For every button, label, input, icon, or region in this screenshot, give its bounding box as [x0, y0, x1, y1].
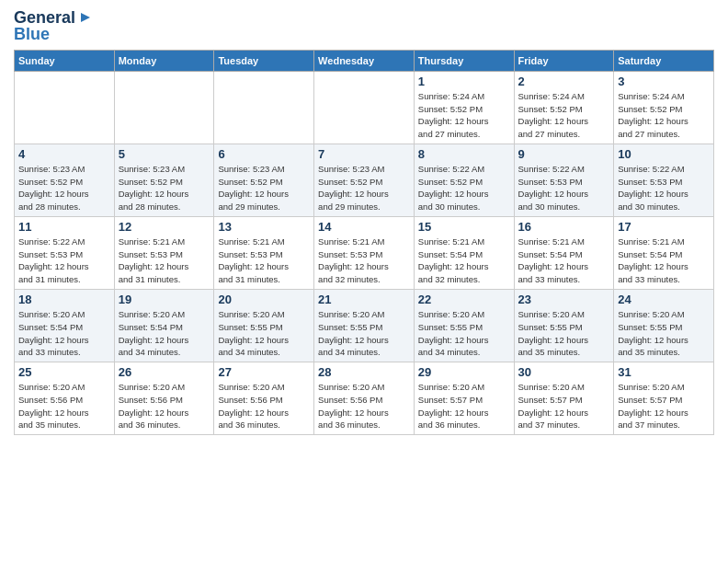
calendar-week-row: 1Sunrise: 5:24 AM Sunset: 5:52 PM Daylig… — [15, 71, 714, 144]
calendar-cell: 12Sunrise: 5:21 AM Sunset: 5:53 PM Dayli… — [114, 216, 214, 289]
calendar-cell: 4Sunrise: 5:23 AM Sunset: 5:52 PM Daylig… — [15, 144, 115, 216]
day-info: Sunrise: 5:21 AM Sunset: 5:54 PM Dayligh… — [518, 236, 610, 286]
calendar-cell — [214, 71, 314, 144]
day-number: 24 — [618, 293, 710, 306]
day-info: Sunrise: 5:20 AM Sunset: 5:55 PM Dayligh… — [618, 308, 710, 359]
calendar-cell: 23Sunrise: 5:20 AM Sunset: 5:55 PM Dayli… — [514, 289, 614, 362]
day-number: 5 — [119, 147, 210, 161]
day-info: Sunrise: 5:22 AM Sunset: 5:52 PM Dayligh… — [418, 163, 510, 213]
calendar-cell: 19Sunrise: 5:20 AM Sunset: 5:54 PM Dayli… — [114, 289, 214, 362]
day-info: Sunrise: 5:20 AM Sunset: 5:57 PM Dayligh… — [618, 381, 710, 431]
day-number: 19 — [119, 293, 210, 306]
weekday-header-thursday: Thursday — [414, 50, 514, 71]
calendar-cell: 10Sunrise: 5:22 AM Sunset: 5:53 PM Dayli… — [614, 144, 714, 216]
day-info: Sunrise: 5:23 AM Sunset: 5:52 PM Dayligh… — [119, 163, 210, 213]
calendar-cell: 27Sunrise: 5:20 AM Sunset: 5:56 PM Dayli… — [214, 362, 314, 435]
day-number: 13 — [218, 220, 310, 234]
day-info: Sunrise: 5:21 AM Sunset: 5:54 PM Dayligh… — [418, 236, 510, 286]
page-container: General Blue SundayMondayTuesdayWednesda… — [0, 0, 728, 444]
calendar-cell: 16Sunrise: 5:21 AM Sunset: 5:54 PM Dayli… — [514, 216, 614, 289]
day-info: Sunrise: 5:24 AM Sunset: 5:52 PM Dayligh… — [418, 90, 510, 141]
day-info: Sunrise: 5:24 AM Sunset: 5:52 PM Dayligh… — [518, 90, 610, 141]
day-number: 4 — [18, 147, 110, 161]
day-number: 29 — [418, 365, 510, 379]
day-info: Sunrise: 5:20 AM Sunset: 5:56 PM Dayligh… — [18, 381, 110, 431]
day-info: Sunrise: 5:22 AM Sunset: 5:53 PM Dayligh… — [618, 163, 710, 213]
day-info: Sunrise: 5:22 AM Sunset: 5:53 PM Dayligh… — [518, 163, 610, 213]
day-info: Sunrise: 5:20 AM Sunset: 5:55 PM Dayligh… — [318, 308, 410, 359]
calendar-cell: 11Sunrise: 5:22 AM Sunset: 5:53 PM Dayli… — [15, 216, 115, 289]
logo-arrow-icon — [77, 9, 94, 26]
calendar-cell: 1Sunrise: 5:24 AM Sunset: 5:52 PM Daylig… — [414, 71, 514, 144]
day-number: 1 — [418, 75, 510, 88]
day-number: 18 — [18, 293, 110, 306]
day-number: 2 — [518, 75, 610, 88]
calendar-cell: 17Sunrise: 5:21 AM Sunset: 5:54 PM Dayli… — [614, 216, 714, 289]
day-info: Sunrise: 5:20 AM Sunset: 5:54 PM Dayligh… — [18, 308, 110, 359]
day-number: 8 — [418, 147, 510, 161]
day-number: 30 — [518, 365, 610, 379]
calendar-week-row: 4Sunrise: 5:23 AM Sunset: 5:52 PM Daylig… — [15, 144, 714, 216]
day-number: 31 — [618, 365, 710, 379]
weekday-header-friday: Friday — [514, 50, 614, 71]
day-number: 15 — [418, 220, 510, 234]
weekday-header-tuesday: Tuesday — [214, 50, 314, 71]
calendar-cell: 26Sunrise: 5:20 AM Sunset: 5:56 PM Dayli… — [114, 362, 214, 435]
day-info: Sunrise: 5:22 AM Sunset: 5:53 PM Dayligh… — [18, 236, 110, 286]
day-number: 27 — [218, 365, 310, 379]
calendar-cell: 24Sunrise: 5:20 AM Sunset: 5:55 PM Dayli… — [614, 289, 714, 362]
day-info: Sunrise: 5:20 AM Sunset: 5:55 PM Dayligh… — [518, 308, 610, 359]
calendar-cell: 2Sunrise: 5:24 AM Sunset: 5:52 PM Daylig… — [514, 71, 614, 144]
day-number: 23 — [518, 293, 610, 306]
day-number: 21 — [318, 293, 410, 306]
calendar-cell: 28Sunrise: 5:20 AM Sunset: 5:56 PM Dayli… — [314, 362, 415, 435]
day-info: Sunrise: 5:20 AM Sunset: 5:57 PM Dayligh… — [518, 381, 610, 431]
logo: General Blue — [14, 9, 94, 44]
calendar-cell: 30Sunrise: 5:20 AM Sunset: 5:57 PM Dayli… — [514, 362, 614, 435]
day-number: 14 — [318, 220, 410, 234]
calendar-week-row: 18Sunrise: 5:20 AM Sunset: 5:54 PM Dayli… — [15, 289, 714, 362]
weekday-header-monday: Monday — [114, 50, 214, 71]
calendar-cell: 18Sunrise: 5:20 AM Sunset: 5:54 PM Dayli… — [15, 289, 115, 362]
weekday-header-wednesday: Wednesday — [314, 50, 415, 71]
day-info: Sunrise: 5:23 AM Sunset: 5:52 PM Dayligh… — [18, 163, 110, 213]
calendar-cell: 29Sunrise: 5:20 AM Sunset: 5:57 PM Dayli… — [414, 362, 514, 435]
day-info: Sunrise: 5:21 AM Sunset: 5:54 PM Dayligh… — [618, 236, 710, 286]
day-number: 9 — [518, 147, 610, 161]
day-info: Sunrise: 5:20 AM Sunset: 5:55 PM Dayligh… — [218, 308, 310, 359]
calendar-cell: 14Sunrise: 5:21 AM Sunset: 5:53 PM Dayli… — [314, 216, 415, 289]
calendar-cell — [15, 71, 115, 144]
day-info: Sunrise: 5:20 AM Sunset: 5:54 PM Dayligh… — [119, 308, 210, 359]
weekday-header-row: SundayMondayTuesdayWednesdayThursdayFrid… — [15, 50, 714, 71]
day-number: 3 — [618, 75, 710, 88]
calendar-cell: 8Sunrise: 5:22 AM Sunset: 5:52 PM Daylig… — [414, 144, 514, 216]
weekday-header-saturday: Saturday — [614, 50, 714, 71]
calendar-table: SundayMondayTuesdayWednesdayThursdayFrid… — [14, 50, 714, 435]
calendar-week-row: 25Sunrise: 5:20 AM Sunset: 5:56 PM Dayli… — [15, 362, 714, 435]
day-number: 17 — [618, 220, 710, 234]
day-number: 26 — [119, 365, 210, 379]
day-info: Sunrise: 5:21 AM Sunset: 5:53 PM Dayligh… — [119, 236, 210, 286]
day-number: 16 — [518, 220, 610, 234]
day-number: 12 — [119, 220, 210, 234]
svg-marker-0 — [81, 13, 90, 22]
day-number: 25 — [18, 365, 110, 379]
day-number: 22 — [418, 293, 510, 306]
day-info: Sunrise: 5:20 AM Sunset: 5:56 PM Dayligh… — [119, 381, 210, 431]
day-info: Sunrise: 5:20 AM Sunset: 5:56 PM Dayligh… — [318, 381, 410, 431]
day-number: 11 — [18, 220, 110, 234]
day-info: Sunrise: 5:24 AM Sunset: 5:52 PM Dayligh… — [618, 90, 710, 141]
day-info: Sunrise: 5:20 AM Sunset: 5:56 PM Dayligh… — [218, 381, 310, 431]
day-number: 7 — [318, 147, 410, 161]
header: General Blue — [14, 9, 714, 44]
day-info: Sunrise: 5:23 AM Sunset: 5:52 PM Dayligh… — [218, 163, 310, 213]
day-info: Sunrise: 5:21 AM Sunset: 5:53 PM Dayligh… — [218, 236, 310, 286]
calendar-cell: 3Sunrise: 5:24 AM Sunset: 5:52 PM Daylig… — [614, 71, 714, 144]
calendar-week-row: 11Sunrise: 5:22 AM Sunset: 5:53 PM Dayli… — [15, 216, 714, 289]
calendar-cell: 21Sunrise: 5:20 AM Sunset: 5:55 PM Dayli… — [314, 289, 415, 362]
calendar-cell — [114, 71, 214, 144]
calendar-cell: 22Sunrise: 5:20 AM Sunset: 5:55 PM Dayli… — [414, 289, 514, 362]
calendar-cell: 7Sunrise: 5:23 AM Sunset: 5:52 PM Daylig… — [314, 144, 415, 216]
day-info: Sunrise: 5:20 AM Sunset: 5:55 PM Dayligh… — [418, 308, 510, 359]
day-number: 20 — [218, 293, 310, 306]
